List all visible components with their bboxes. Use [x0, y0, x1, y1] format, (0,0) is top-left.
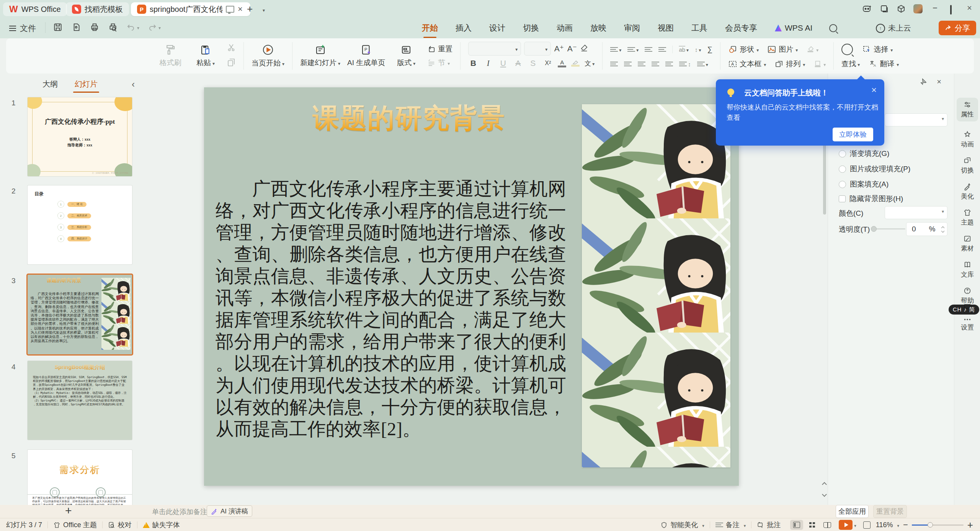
reset-background-button[interactable]: 重置背景: [873, 505, 907, 518]
next-slide-button[interactable]: [822, 491, 827, 497]
color-select[interactable]: [885, 206, 947, 219]
export-icon[interactable]: [71, 22, 81, 32]
transparency-slider-knob[interactable]: [871, 226, 877, 232]
tab-home[interactable]: 开始: [421, 21, 439, 35]
notes-placeholder[interactable]: 单击此处添加备注: [152, 507, 207, 516]
ai-speech-button[interactable]: AI 演讲稿: [207, 505, 252, 517]
dock-item-transition[interactable]: 切换: [957, 156, 978, 175]
paste-caret-icon[interactable]: [212, 59, 215, 67]
slide-illustration[interactable]: [582, 104, 730, 467]
workspaces-icon[interactable]: [880, 4, 889, 15]
tab-list-caret-icon[interactable]: [263, 5, 265, 14]
screen-share-icon[interactable]: [226, 6, 234, 13]
text-direction-button[interactable]: [695, 45, 701, 54]
transparency-slider[interactable]: [873, 228, 905, 229]
dock-item-library[interactable]: 文库: [957, 261, 978, 279]
tab-transition[interactable]: 切换: [522, 21, 540, 35]
apps-cube-icon[interactable]: [897, 4, 906, 15]
tab-design[interactable]: 设计: [488, 21, 506, 35]
undo-caret-icon[interactable]: [137, 23, 139, 31]
new-slide-caret-icon[interactable]: [338, 59, 340, 67]
current-slide[interactable]: 课题的研究背景 广西文化传承小程序主要通过计算机网络，对广西文化传承小程序的信息…: [204, 87, 739, 486]
restore-button[interactable]: [950, 5, 952, 15]
proofread-button[interactable]: 校对: [108, 520, 132, 529]
copy-button[interactable]: [227, 58, 236, 69]
paste-button[interactable]: 粘贴: [191, 44, 220, 68]
theme-button[interactable]: Office 主题: [53, 520, 97, 529]
previous-slide-button[interactable]: [822, 480, 827, 486]
tab-document[interactable]: P springboot广西文化传承小: [131, 2, 250, 16]
insert-formula-button[interactable]: [707, 45, 713, 54]
find-icon[interactable]: [841, 44, 853, 55]
tab-view[interactable]: 视图: [657, 21, 675, 35]
fill-picture-option[interactable]: 图片或纹理填充(P): [839, 164, 910, 174]
spin-down-icon[interactable]: [941, 230, 944, 233]
shapes-button[interactable]: 形状: [728, 44, 759, 54]
fill-pattern-option[interactable]: 图案填充(A): [839, 179, 889, 189]
file-menu[interactable]: 文件: [9, 23, 36, 34]
pin-panel-icon[interactable]: [920, 78, 927, 87]
textbox-button[interactable]: A 文本框: [728, 59, 766, 69]
minimize-button[interactable]: [933, 3, 938, 13]
popup-cta-button[interactable]: 立即体验: [833, 128, 873, 141]
tab-slideshow[interactable]: 放映: [590, 21, 607, 35]
fill-gradient-option[interactable]: 渐变填充(G): [839, 149, 889, 159]
font-color-button[interactable]: A: [558, 59, 566, 67]
select-button[interactable]: 选择: [862, 44, 893, 54]
format-painter-button[interactable]: 格式刷: [156, 44, 185, 68]
save-icon[interactable]: [53, 22, 63, 32]
bullet-list-button[interactable]: [610, 45, 621, 54]
missing-font-warning[interactable]: 缺失字体: [143, 520, 180, 529]
new-slide-button[interactable]: 新建幻灯片: [300, 44, 340, 68]
zoom-in-button[interactable]: [967, 519, 973, 531]
close-window-button[interactable]: [967, 3, 972, 13]
align-left-button[interactable]: [610, 62, 618, 67]
tab-tools[interactable]: 工具: [691, 21, 708, 35]
new-tab-button[interactable]: [247, 3, 253, 15]
cloud-status[interactable]: 未上云: [876, 23, 911, 33]
zoom-slider-knob[interactable]: [928, 522, 933, 528]
distribute-text-button[interactable]: [665, 62, 673, 67]
outline-color-button[interactable]: [813, 60, 826, 68]
slide-sorter-view-button[interactable]: [805, 520, 818, 530]
slide-thumbnail-1[interactable]: 广西文化传承小程序-ppt 答辩人：xxx 指导老师：xxx 注：文本框可更改颜…: [28, 97, 132, 176]
close-tab-icon[interactable]: [238, 4, 243, 14]
tab-slides[interactable]: 幻灯片: [75, 79, 98, 89]
fit-to-window-button[interactable]: [863, 521, 871, 529]
font-size-select[interactable]: [524, 42, 551, 56]
dock-item-help[interactable]: 帮助: [957, 287, 978, 305]
increase-indent-button[interactable]: [658, 47, 666, 52]
slide-title[interactable]: 课题的研究背景: [312, 100, 505, 136]
popup-close-icon[interactable]: [871, 85, 877, 95]
transparency-value-box[interactable]: 0 %: [906, 222, 947, 236]
translate-button[interactable]: A 翻译: [869, 59, 899, 69]
tab-wps-ai[interactable]: WPS AI: [774, 22, 813, 34]
dock-item-assets[interactable]: 素材: [957, 234, 978, 253]
section-button[interactable]: 节: [427, 58, 452, 68]
arrange-button[interactable]: 排列: [774, 59, 805, 69]
reading-view-button[interactable]: [821, 520, 834, 530]
increase-font-button[interactable]: A⁺: [554, 44, 564, 53]
spin-up-icon[interactable]: [941, 226, 944, 229]
redo-caret-icon[interactable]: [158, 23, 161, 31]
print-icon[interactable]: [90, 22, 100, 32]
line-spacing-button[interactable]: [679, 60, 691, 68]
tab-wps-home[interactable]: W WPS Office: [3, 2, 67, 16]
dock-item-animation[interactable]: 动画: [957, 130, 978, 149]
share-button[interactable]: 分享: [939, 21, 976, 35]
decrease-font-button[interactable]: A⁻: [567, 44, 577, 53]
align-right-button[interactable]: [638, 62, 645, 67]
align-center-button[interactable]: [624, 62, 632, 67]
tab-member[interactable]: 会员专享: [724, 21, 758, 35]
play-mode-caret-icon[interactable]: [853, 521, 856, 529]
dock-item-settings[interactable]: 设置: [957, 317, 978, 332]
align-justify-button[interactable]: [652, 62, 659, 67]
superscript-button[interactable]: X²: [543, 60, 553, 67]
character-spacing-button[interactable]: [679, 45, 689, 54]
slide-thumbnail-2[interactable]: 目录 1一、绪 论 2二、相关技术 3三、系统分析 4四、系统设计: [28, 185, 132, 264]
slide-body-text[interactable]: 广西文化传承小程序主要通过计算机网络，对广西文化传承小程序的信息进行统一管理，方…: [216, 178, 566, 440]
clear-format-button[interactable]: [580, 44, 588, 54]
find-replace-button[interactable]: 查找: [841, 59, 860, 69]
section-caret-icon[interactable]: [448, 59, 450, 67]
close-panel-icon[interactable]: [937, 77, 941, 86]
